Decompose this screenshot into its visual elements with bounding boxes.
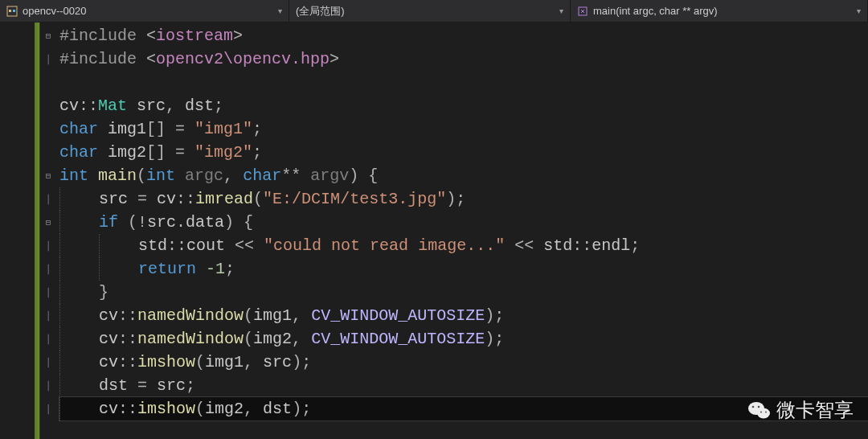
fold-marker bbox=[40, 71, 56, 94]
watermark: 微卡智享 bbox=[747, 397, 854, 423]
watermark-text: 微卡智享 bbox=[776, 397, 854, 423]
dropdown-arrow-icon: ▾ bbox=[559, 6, 563, 15]
code-line[interactable]: #include <iostream> bbox=[59, 24, 868, 47]
svg-point-6 bbox=[752, 406, 755, 408]
code-line[interactable]: cv::imshow(img1, src); bbox=[59, 351, 868, 374]
function-selector[interactable]: main(int argc, char ** argv) ▾ bbox=[571, 0, 868, 22]
svg-rect-2 bbox=[13, 10, 15, 12]
fold-marker[interactable]: ⊟ bbox=[40, 164, 56, 187]
fold-marker: │ bbox=[40, 281, 56, 304]
project-icon bbox=[6, 6, 18, 17]
scope-name: (全局范围) bbox=[296, 4, 555, 18]
wechat-icon bbox=[747, 398, 772, 422]
fold-marker: │ bbox=[40, 304, 56, 327]
code-line[interactable]: char img2[] = "img2"; bbox=[59, 141, 868, 164]
project-name: opencv--0020 bbox=[23, 5, 273, 17]
fold-marker: │ bbox=[40, 187, 56, 211]
fold-marker: │ bbox=[40, 47, 56, 71]
svg-rect-0 bbox=[7, 6, 17, 16]
navigation-bar: opencv--0020 ▾ (全局范围) ▾ main(int argc, c… bbox=[0, 0, 868, 23]
dropdown-arrow-icon: ▾ bbox=[857, 6, 861, 15]
fold-marker: │ bbox=[40, 351, 56, 374]
fold-marker[interactable]: ⊟ bbox=[40, 211, 56, 234]
code-line[interactable]: cv::namedWindow(img2, CV_WINDOW_AUTOSIZE… bbox=[59, 327, 868, 351]
gutter bbox=[0, 23, 40, 439]
code-line[interactable]: #include <opencv2\opencv.hpp> bbox=[59, 47, 868, 71]
scope-selector[interactable]: (全局范围) ▾ bbox=[289, 0, 571, 22]
function-name: main(int argc, char ** argv) bbox=[593, 5, 852, 17]
fold-marker: │ bbox=[40, 397, 56, 421]
code-line[interactable]: std::cout << "could not read image..." <… bbox=[59, 234, 868, 257]
project-selector[interactable]: opencv--0020 ▾ bbox=[0, 0, 289, 22]
fold-marker: │ bbox=[40, 327, 56, 351]
code-line[interactable]: if (!src.data) { bbox=[59, 211, 868, 234]
fold-marker: │ bbox=[40, 257, 56, 281]
change-indicator bbox=[35, 23, 39, 439]
svg-point-5 bbox=[757, 408, 770, 419]
fold-marker[interactable]: ⊟ bbox=[40, 24, 56, 47]
code-line[interactable]: char img1[] = "img1"; bbox=[59, 117, 868, 141]
code-line[interactable]: src = cv::imread("E:/DCIM/test3.jpg"); bbox=[59, 187, 868, 211]
fold-marker: │ bbox=[40, 374, 56, 397]
svg-point-8 bbox=[760, 412, 762, 413]
svg-point-9 bbox=[765, 412, 767, 413]
code-line[interactable] bbox=[59, 71, 868, 94]
dropdown-arrow-icon: ▾ bbox=[278, 6, 282, 15]
code-line[interactable]: } bbox=[59, 281, 868, 304]
code-area[interactable]: #include <iostream>#include <opencv2\ope… bbox=[56, 23, 868, 439]
fold-column[interactable]: ⊟│⊟│⊟││││││││ bbox=[40, 23, 56, 439]
code-line[interactable]: cv::Mat src, dst; bbox=[59, 94, 868, 117]
code-line[interactable]: dst = src; bbox=[59, 374, 868, 397]
fold-marker bbox=[40, 94, 56, 117]
fold-marker bbox=[40, 117, 56, 141]
code-editor[interactable]: ⊟│⊟│⊟││││││││ #include <iostream>#includ… bbox=[0, 23, 868, 439]
svg-point-7 bbox=[758, 406, 760, 408]
code-line[interactable]: return -1; bbox=[59, 257, 868, 281]
svg-rect-1 bbox=[9, 10, 11, 12]
fold-marker: │ bbox=[40, 234, 56, 257]
function-icon bbox=[577, 6, 588, 17]
code-line[interactable]: int main(int argc, char** argv) { bbox=[59, 164, 868, 187]
fold-marker bbox=[40, 141, 56, 164]
code-line[interactable]: cv::namedWindow(img1, CV_WINDOW_AUTOSIZE… bbox=[59, 304, 868, 327]
